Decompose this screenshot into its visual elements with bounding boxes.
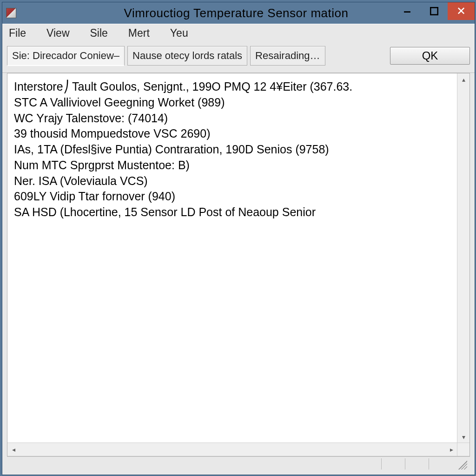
status-cell	[405, 458, 429, 469]
close-icon: ✕	[456, 5, 466, 18]
qk-button[interactable]: QK	[390, 47, 470, 65]
text-line: IAs, 1TA (Dfesl§ive Puntia) Contraration…	[14, 142, 463, 158]
menu-sile[interactable]: Sile	[86, 26, 112, 40]
maximize-icon	[430, 7, 438, 15]
content-wrap: Interstore⎠ Tault Goulos, Senjgnt., 199O…	[2, 73, 475, 475]
text-line: STC A Valliviovel Geegning Worket (989)	[14, 95, 463, 111]
window-controls: – ✕	[394, 2, 475, 24]
content-panel: Interstore⎠ Tault Goulos, Senjgnt., 199O…	[7, 73, 470, 456]
statusbar	[7, 456, 470, 471]
maximize-button[interactable]	[421, 2, 448, 20]
text-area[interactable]: Interstore⎠ Tault Goulos, Senjgnt., 199O…	[7, 73, 469, 456]
scroll-corner	[457, 443, 469, 456]
tab-nause[interactable]: Nause otecy lords ratals	[127, 46, 247, 66]
menu-view[interactable]: View	[43, 26, 73, 40]
scroll-up-icon[interactable]: ▴	[457, 73, 469, 86]
scroll-left-icon[interactable]: ◂	[7, 443, 20, 456]
toolbar: Sie: Direcador Coniew– Nause otecy lords…	[2, 42, 475, 73]
scroll-right-icon[interactable]: ▸	[445, 443, 457, 456]
scroll-down-icon[interactable]: ▾	[457, 431, 469, 443]
minimize-button[interactable]: –	[394, 2, 421, 25]
app-window: Vimrouctiog Temperature Sensor mation – …	[2, 2, 475, 475]
horizontal-scrollbar[interactable]: ◂ ▸	[7, 443, 457, 456]
tab-direcador[interactable]: Sie: Direcador Coniew–	[7, 46, 125, 66]
menu-file[interactable]: File	[5, 26, 30, 40]
status-cell	[381, 458, 405, 469]
menu-yeu[interactable]: Yeu	[166, 26, 192, 40]
text-line: Ner. ISA (Voleviaula VCS)	[14, 173, 463, 189]
close-button[interactable]: ✕	[448, 2, 475, 20]
text-line: WC Yrajy Talenstove: (74014)	[14, 111, 463, 126]
hscroll-track[interactable]	[20, 443, 445, 456]
text-line: SA HSD (Lhocertine, 15 Sensor LD Post of…	[14, 205, 463, 220]
titlebar[interactable]: Vimrouctiog Temperature Sensor mation – …	[2, 2, 475, 24]
text-line: 609LY Vidip Ttar fornover (940)	[14, 189, 463, 205]
text-line: 39 thousid Mompuedstove VSC 2690)	[14, 126, 463, 142]
text-line: Num MTC Sprgprst Mustentoe: B)	[14, 158, 463, 173]
resize-grip-icon[interactable]	[456, 458, 467, 469]
menubar: File View Sile Mert Yeu	[2, 24, 475, 42]
text-line: Interstore⎠ Tault Goulos, Senjgnt., 199O…	[14, 79, 463, 95]
status-cell	[429, 458, 452, 469]
tab-resairading[interactable]: Resairading…	[250, 46, 325, 66]
vscroll-track[interactable]	[457, 86, 469, 431]
menu-mert[interactable]: Mert	[125, 26, 153, 40]
svg-rect-0	[430, 7, 437, 14]
vertical-scrollbar[interactable]: ▴ ▾	[457, 73, 469, 443]
